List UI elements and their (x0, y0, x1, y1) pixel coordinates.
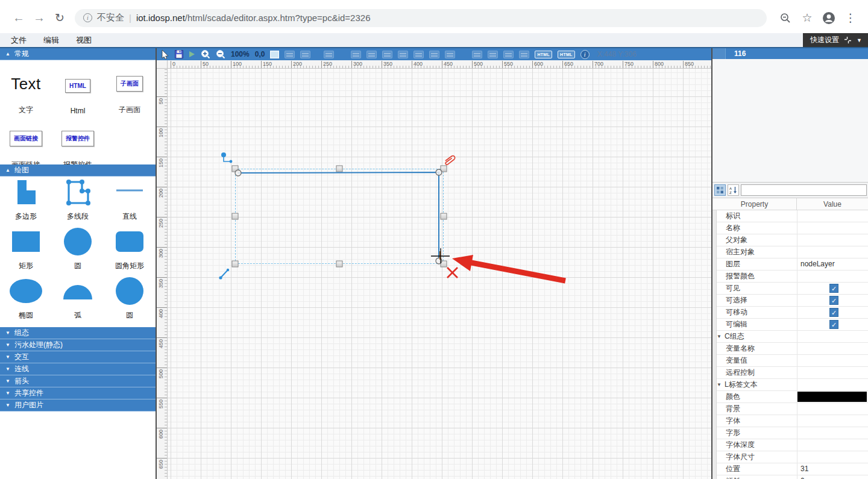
property-checkbox[interactable]: ✓ (829, 284, 838, 293)
property-row[interactable]: 字形 (712, 427, 868, 439)
property-row[interactable]: 远程控制 (712, 367, 868, 379)
html-export-icon[interactable]: HTML (535, 51, 552, 58)
h-ruler-tick: 300 (351, 61, 362, 69)
property-row[interactable]: 颜色 (712, 391, 868, 403)
property-filter-input[interactable] (741, 184, 867, 196)
property-row[interactable]: 倾斜0 (712, 475, 868, 479)
bookmark-star-icon[interactable]: ☆ (798, 9, 816, 27)
property-row[interactable]: 父对象 (712, 234, 868, 246)
menu-item-view[interactable]: 视图 (68, 33, 100, 47)
page-info-icon[interactable]: i (83, 13, 92, 22)
section-header-2[interactable]: ▼组态 (0, 327, 156, 339)
section-header-4[interactable]: ▼交互 (0, 351, 156, 363)
section-header-3[interactable]: ▼污水处理(静态) (0, 339, 156, 351)
property-row[interactable]: 位置31 (712, 463, 868, 475)
tool-line-tool-2[interactable]: 直线 (104, 179, 156, 227)
text-tool-icon: Text (11, 75, 41, 93)
categorized-view-icon[interactable] (714, 184, 726, 196)
property-checkbox[interactable]: ✓ (829, 320, 838, 329)
property-row[interactable]: 宿主对象 (712, 246, 868, 258)
h-ruler-tick: 550 (502, 61, 513, 69)
forward-icon[interactable]: → (29, 8, 49, 28)
property-row[interactable]: 字体 (712, 415, 868, 427)
url-divider: | (129, 13, 131, 23)
group-collapse-icon[interactable]: ▼ (717, 331, 722, 342)
reload-icon[interactable]: ↻ (49, 8, 70, 28)
select-cursor-icon[interactable] (162, 50, 169, 59)
quick-settings-button[interactable]: 快速设置 ▼ (803, 33, 868, 47)
property-grid: AZ Property Value 标识名称父对象宿主对象图层nodeLayer… (712, 182, 868, 479)
zoom-out-icon[interactable] (216, 49, 225, 59)
section-header-1[interactable]: ▲绘图 (0, 164, 156, 177)
run-icon[interactable] (189, 51, 195, 58)
property-value[interactable]: 0 (800, 475, 867, 479)
h-ruler-tick: 350 (382, 61, 392, 69)
info-icon[interactable]: i (580, 50, 590, 59)
property-row[interactable]: 字体深度 (712, 439, 868, 451)
property-row[interactable]: 报警颜色 (712, 271, 868, 283)
property-row[interactable]: 字体尺寸 (712, 451, 868, 463)
disabled-arrange-tool-icon (398, 51, 408, 58)
zoom-out-page-icon[interactable] (776, 9, 794, 27)
html-preview-icon[interactable]: HTML (558, 51, 575, 58)
menu-item-file[interactable]: 文件 (0, 33, 35, 47)
property-checkbox[interactable]: ✓ (829, 308, 838, 317)
screen-id: 116 (734, 49, 746, 58)
section-header-0[interactable]: ▲常规 (0, 48, 156, 60)
property-value[interactable]: 31 (800, 463, 867, 475)
property-row[interactable]: 可移动✓ (712, 307, 868, 319)
tool-rounded-rect-tool-5[interactable]: 圆角矩形 (104, 228, 156, 276)
section-header-8[interactable]: ▼用户图片 (0, 399, 156, 412)
tool-rect-tool-3[interactable]: 矩形 (0, 228, 52, 276)
tool-polygon-tool-0[interactable]: 多边形 (0, 179, 52, 227)
property-value[interactable]: nodeLayer (800, 258, 867, 270)
property-group-row[interactable]: ▼L标签文本 (712, 379, 868, 391)
property-row[interactable]: 名称 (712, 222, 868, 234)
screen-title-bar[interactable]: 116 (712, 48, 868, 59)
property-checkbox[interactable]: ✓ (829, 296, 838, 305)
property-row[interactable]: 可见✓ (712, 283, 868, 295)
section-header-7[interactable]: ▼共享控件 (0, 387, 156, 399)
save-icon[interactable] (175, 50, 183, 58)
browser-menu-kebab-icon[interactable]: ⋮ (841, 9, 860, 27)
tool-circle-tool-4[interactable]: 圆 (52, 228, 104, 276)
tool-text-tool[interactable]: Text文字 (0, 65, 52, 120)
design-canvas[interactable] (168, 69, 711, 479)
color-swatch[interactable] (797, 392, 867, 402)
disabled-arrange-tool-icon (519, 51, 529, 58)
address-bar[interactable]: i 不安全 | iot.idosp.net /html/scada/editor… (75, 9, 767, 27)
property-row[interactable]: 变量值 (712, 355, 868, 367)
property-row[interactable]: 可编辑✓ (712, 319, 868, 331)
back-icon[interactable]: ← (8, 8, 29, 28)
group-collapse-icon[interactable]: ▼ (717, 379, 722, 390)
property-row[interactable]: 背景 (712, 403, 868, 415)
property-group-row[interactable]: ▼C组态 (712, 331, 868, 343)
property-row[interactable]: 标识 (712, 210, 868, 222)
property-row[interactable]: 图层nodeLayer (712, 258, 868, 271)
section-header-5[interactable]: ▼连线 (0, 363, 156, 375)
property-row[interactable]: 可选择✓ (712, 295, 868, 307)
collapse-triangle-icon: ▲ (5, 52, 10, 57)
section-header-6[interactable]: ▼箭头 (0, 375, 156, 387)
tool-circle-tool-8[interactable]: 圆 (104, 278, 156, 325)
tool-html-tool[interactable]: HTMLHtml (52, 65, 104, 120)
canvas-toolbar: 100% 0,0 HTML HTML i X:448 Y:306 (157, 48, 711, 60)
h-ruler-tick: 600 (532, 61, 543, 69)
zoom-in-icon[interactable] (201, 49, 210, 59)
disabled-arrange-tool-icon (414, 51, 424, 58)
sort-az-icon[interactable]: AZ (728, 184, 739, 196)
tool-polyline-tool-1[interactable]: 多线段 (52, 179, 104, 227)
polyline-tool-icon (64, 178, 92, 209)
tool-subscreen-tool[interactable]: 子画面子画面 (104, 65, 156, 120)
v-ruler-tick: 600 (157, 428, 168, 428)
menu-item-edit[interactable]: 编辑 (35, 33, 68, 47)
tool-arc-tool-7[interactable]: 弧 (52, 278, 104, 325)
property-row[interactable]: 变量名称 (712, 343, 868, 355)
tool-ellipse-tool-6[interactable]: 椭圆 (0, 278, 52, 325)
disabled-arrange-tool-icon (472, 51, 482, 58)
property-column-header: Property (712, 198, 797, 210)
vertical-ruler: 50100150200250300350400450500550600650 (157, 69, 168, 479)
canvas-settings-icon[interactable] (270, 51, 279, 58)
profile-avatar-icon[interactable] (820, 9, 838, 27)
ruler-corner (157, 60, 168, 69)
